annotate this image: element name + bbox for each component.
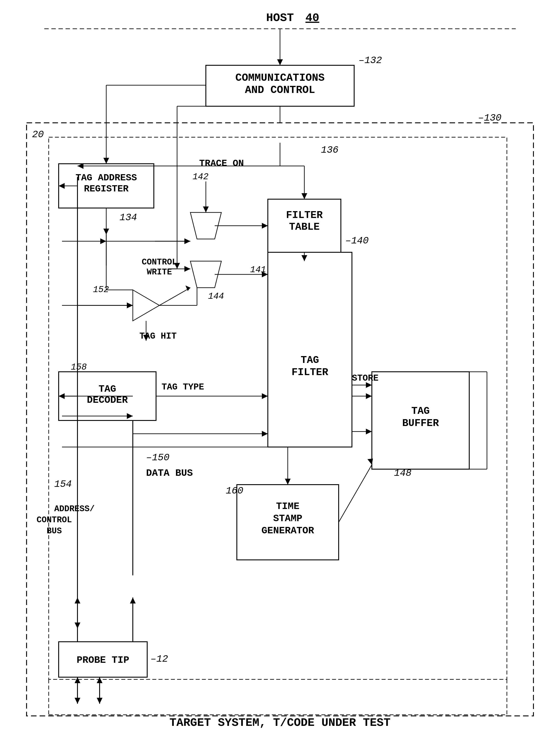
- ref-150: –150: [146, 452, 170, 463]
- tag-filter-line1: TAG: [301, 355, 319, 366]
- ref-158: 158: [71, 362, 87, 372]
- tag-filter-line2: FILTER: [292, 367, 328, 378]
- ref-144: 144: [208, 292, 224, 301]
- ref-148: 148: [394, 468, 411, 479]
- diagram-container: HOST 40 COMMUNICATIONS AND CONTROL –132 …: [0, 0, 560, 744]
- ref-154: 154: [54, 479, 72, 490]
- tag-buffer-line1: TAG: [411, 405, 430, 417]
- tag-type-label: TAG TYPE: [161, 382, 204, 392]
- trace-on-label: TRACE ON: [199, 158, 244, 169]
- tag-address-reg-line1: TAG ADDRESS: [75, 173, 137, 183]
- comm-control-label-line1: COMMUNICATIONS: [235, 72, 325, 84]
- probe-tip-label: PROBE TIP: [77, 655, 129, 666]
- ref-140: –140: [345, 235, 369, 246]
- tag-decoder-line1: TAG: [99, 383, 116, 395]
- bottom-label: TARGET SYSTEM, T/CODE UNDER TEST: [170, 716, 391, 730]
- ref-160: 160: [226, 485, 243, 496]
- time-stamp-gen-line3: GENERATOR: [261, 525, 314, 536]
- store-label: STORE: [352, 373, 378, 383]
- ref-130: –130: [478, 112, 501, 123]
- filter-table-line1: FILTER: [286, 210, 323, 221]
- data-bus-label: DATA BUS: [146, 468, 193, 479]
- time-stamp-gen-line1: TIME: [276, 501, 299, 512]
- ref-12: –12: [151, 654, 168, 665]
- control-write-line2: WRITE: [147, 267, 172, 277]
- host-label: HOST: [266, 11, 294, 25]
- addr-ctrl-bus-line3: BUS: [47, 526, 62, 536]
- comm-control-label-line2: AND CONTROL: [245, 84, 315, 96]
- addr-ctrl-bus-line1: ADDRESS/: [54, 504, 95, 514]
- tag-buffer-line2: BUFFER: [402, 418, 439, 429]
- ref-141: 141: [250, 265, 266, 275]
- main-diagram-svg: HOST 40 COMMUNICATIONS AND CONTROL –132 …: [0, 0, 560, 744]
- control-write-line1: CONTROL: [142, 257, 177, 267]
- addr-ctrl-bus-line2: CONTROL: [37, 515, 72, 525]
- time-stamp-gen-line2: STAMP: [273, 513, 302, 524]
- svg-rect-37: [268, 252, 352, 447]
- ref-20: 20: [32, 129, 44, 140]
- filter-table-line2: TABLE: [289, 221, 320, 233]
- tag-address-reg-line2: REGISTER: [84, 184, 128, 194]
- host-ref: 40: [305, 11, 319, 25]
- ref-132: –132: [359, 55, 382, 66]
- ref-142: 142: [193, 172, 209, 182]
- ref-134: 134: [119, 212, 137, 223]
- ref-136: 136: [321, 145, 338, 156]
